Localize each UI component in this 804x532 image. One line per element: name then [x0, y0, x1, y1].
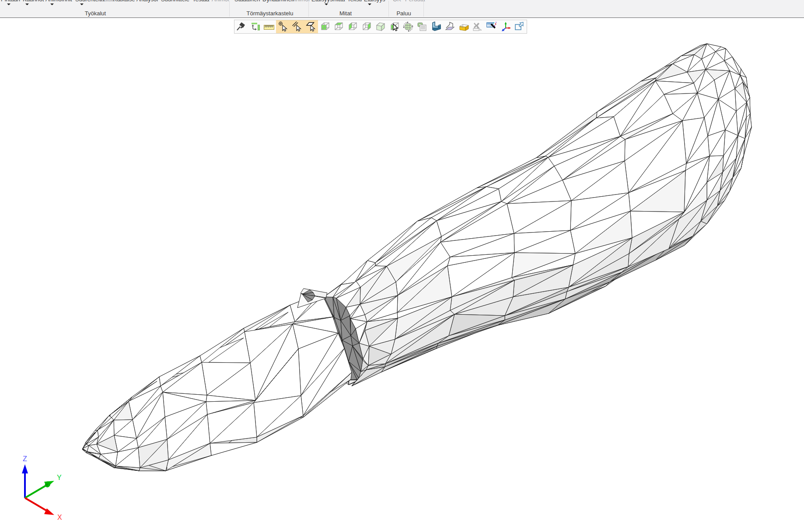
svg-text:X: X [57, 514, 62, 521]
svg-text:Z: Z [23, 455, 27, 462]
svg-text:Y: Y [57, 474, 62, 481]
